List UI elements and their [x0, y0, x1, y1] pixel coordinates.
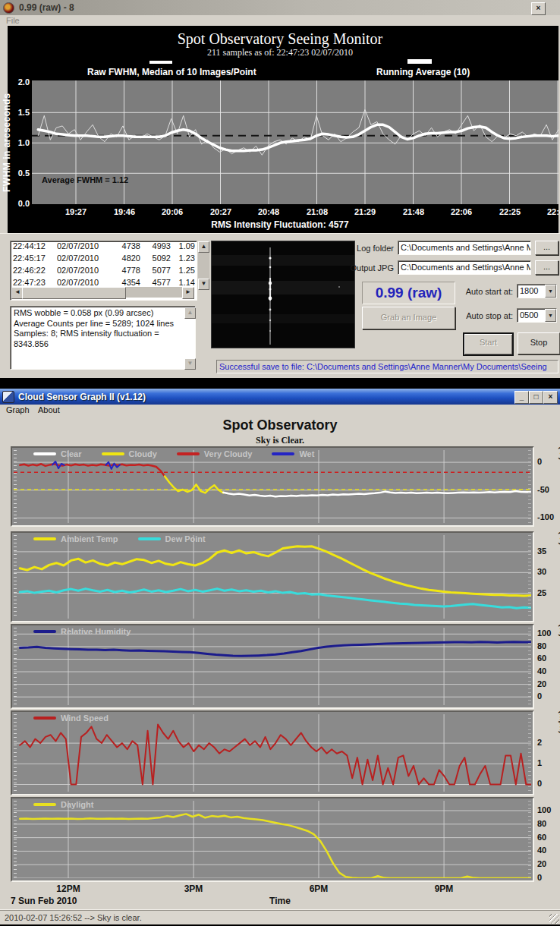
scroll-down-icon[interactable]: ▼ — [198, 279, 209, 290]
cloud-sensor-window: Cloud Sensor Graph II (v1.12) _ □ × Grap… — [0, 389, 560, 924]
table-cell: 1.23 — [171, 254, 195, 263]
y-tick-label: 1.0 — [18, 138, 30, 147]
save-status-field[interactable]: Successful save to file: C:\Documents an… — [216, 360, 558, 373]
close-button[interactable]: × — [543, 391, 558, 404]
humidity-chart — [14, 628, 531, 705]
start-button[interactable]: Start — [463, 332, 514, 356]
legend-swatch — [33, 803, 56, 806]
table-row[interactable]: 22:44:1202/07/2010473849931.099 — [11, 241, 197, 254]
chart-legend: Daylight — [33, 800, 93, 809]
legend-item: Dew Point — [138, 534, 206, 543]
y-tick-label: 60 — [537, 833, 546, 842]
legend-label: Clear — [61, 449, 82, 458]
table-row[interactable]: 22:46:2202/07/2010477850771.259 — [11, 266, 197, 278]
table-cell: 4993 — [140, 241, 171, 251]
auto-start-select[interactable]: 1800 ▼ — [517, 284, 557, 298]
x-tick-label: 20:27 — [210, 207, 231, 216]
scroll-up-icon[interactable]: ▲ — [198, 241, 209, 253]
resize-grip-icon[interactable] — [549, 914, 559, 924]
x-axis-ticks: 12PM3PM6PM9PM — [14, 883, 531, 895]
scroll-right-icon[interactable]: ► — [182, 287, 194, 299]
log-folder-input[interactable]: C:\Documents and Settings\Anne Manner — [398, 241, 531, 255]
temperature-chart — [14, 535, 531, 619]
legend-label: Wet — [299, 449, 314, 458]
app-icon — [3, 2, 14, 14]
x-tick-label: 22:45 — [547, 207, 560, 216]
y-tick-label: 20 — [537, 679, 546, 688]
y-tick-label: 0 — [537, 873, 542, 882]
legend-label: Very Cloudy — [204, 449, 253, 458]
x-tick-label: 3PM — [184, 883, 203, 894]
table-cell: 22:45:17 — [13, 254, 57, 263]
auto-stop-value: 0500 — [520, 310, 538, 320]
y-tick-label: 25 — [537, 588, 546, 597]
auto-stop-select[interactable]: 0500 ▼ — [517, 308, 557, 323]
screen: 0.99 (raw) - 8 × File Spot Observatory S… — [0, 0, 560, 926]
table-row[interactable]: 22:45:1702/07/2010482050921.239 — [11, 254, 197, 266]
close-button[interactable]: × — [531, 2, 546, 15]
chart-frame — [11, 797, 534, 882]
y-tick-label: 100 — [537, 628, 551, 638]
x-tick-label: 9PM — [435, 883, 454, 894]
chart-legend: Ambient TempDew Point — [33, 534, 206, 543]
y-tick-label: 20 — [537, 859, 546, 868]
daylight-chart — [14, 801, 531, 878]
legend-item: Daylight — [33, 800, 93, 809]
y-tick-label: 0.5 — [18, 169, 30, 178]
legend-swatch — [33, 537, 56, 540]
table-cell: 9 — [195, 241, 197, 251]
chart-frame — [11, 624, 534, 709]
running-average-legend-swatch — [407, 59, 432, 64]
chart-legend: ClearCloudyVery CloudyWet — [33, 449, 314, 458]
log-horizontal-scrollbar[interactable]: ◄ ► — [11, 287, 194, 298]
sky-condition-subheading: Sky is Clear. — [0, 435, 560, 446]
menu-about[interactable]: About — [38, 405, 60, 414]
legend-swatch — [138, 537, 161, 540]
titlebar[interactable]: Cloud Sensor Graph II (v1.12) — [0, 389, 560, 405]
chevron-down-icon[interactable]: ▼ — [545, 285, 556, 298]
y-tick-label: 1 — [537, 758, 542, 767]
scroll-down-icon[interactable]: ▼ — [184, 358, 196, 370]
grab-image-button[interactable]: Grab an Image — [362, 307, 455, 329]
x-axis-ticks: 19:2719:4620:0620:2720:4821:0821:2921:48… — [32, 207, 558, 218]
chevron-down-icon[interactable]: ▼ — [545, 309, 556, 322]
legend-item: Cloudy — [102, 449, 157, 458]
auto-stop-label: Auto stop at: — [463, 311, 513, 320]
output-jpg-browse-button[interactable]: ... — [535, 260, 558, 275]
status-bar: 2010-02-07 15:26:52 --> Sky is clear. — [0, 909, 560, 924]
log-vertical-scrollbar[interactable]: ▲ ▼ — [198, 241, 209, 290]
y-tick-label: 40 — [537, 666, 546, 676]
x-tick-label: 20:06 — [162, 207, 183, 216]
table-cell: 4820 — [110, 254, 140, 263]
stop-button[interactable]: Stop — [518, 332, 560, 354]
scroll-up-icon[interactable]: ▲ — [184, 307, 196, 319]
y-tick-label: 80 — [537, 641, 546, 650]
average-fwhm-annotation: Average FWHM = 1.12 — [42, 175, 128, 184]
table-cell: 22:46:22 — [13, 266, 57, 276]
legend-item: Very Cloudy — [177, 449, 253, 458]
legend-item: Wind Speed — [33, 713, 109, 723]
legend-label: Wind Speed — [61, 713, 109, 723]
maximize-button[interactable]: □ — [529, 391, 543, 404]
seeing-reading-display: 0.99 (raw) — [362, 282, 455, 304]
table-cell: 02/07/2010 — [57, 241, 110, 251]
log-folder-browse-button[interactable]: ... — [535, 241, 558, 255]
x-tick-label: 12PM — [56, 883, 80, 894]
observatory-heading: Spot Observatory — [0, 417, 560, 433]
titlebar[interactable]: 0.99 (raw) - 8 — [0, 0, 560, 15]
minimize-button[interactable]: _ — [514, 391, 529, 404]
scrollbar-thumb[interactable] — [22, 287, 126, 299]
menu-graph[interactable]: Graph — [6, 405, 30, 414]
raw-fwhm-legend-label: Raw FWHM, Median of 10 Images/Point — [87, 67, 256, 77]
humidity-chart-row: Relative Humidity 100806040200 (%) — [11, 624, 560, 709]
chart-frame — [11, 710, 534, 795]
table-cell: 9 — [195, 266, 197, 276]
output-jpg-input[interactable]: C:\Documents and Settings\Anne Manner — [398, 260, 531, 275]
x-tick-label: 21:08 — [307, 207, 328, 216]
table-cell: 1.09 — [171, 241, 195, 251]
statistics-textbox[interactable]: RMS wobble = 0.058 px (0.99 arcsec)Avera… — [10, 306, 196, 370]
daylight-chart-row: Daylight 100806040200 — [11, 797, 560, 882]
menu-file[interactable]: File — [6, 16, 20, 25]
legend-swatch — [33, 452, 56, 455]
menubar: Graph About — [0, 405, 560, 416]
